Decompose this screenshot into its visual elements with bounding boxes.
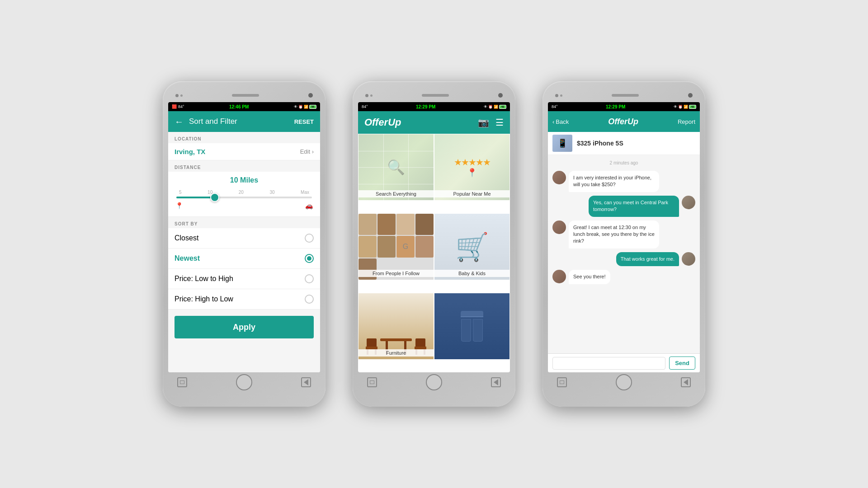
reset-button[interactable]: RESET [294, 118, 314, 125]
slider-thumb[interactable] [210, 193, 219, 202]
jeans-legs [461, 319, 483, 342]
status-time-3: 12:29 PM [606, 104, 625, 109]
slider-label-30: 30 [269, 190, 274, 195]
listing-image: 📱 [552, 135, 572, 152]
chat-message-4: That works great for me. [552, 252, 695, 266]
status-temp-1: 84° [178, 104, 184, 109]
phone-1-top-bar [168, 89, 320, 102]
p1-title: Sort and Filter [189, 117, 294, 126]
p2-header: OfferUp 📷 ☰ [358, 111, 510, 134]
nav-back-1[interactable] [301, 377, 311, 387]
apply-button[interactable]: Apply [175, 316, 314, 338]
nav-back-3[interactable] [681, 377, 691, 387]
grid-cell-popular[interactable]: ★★★★★ 📍 Popular Near Me [434, 134, 510, 201]
avatar-other-3 [552, 270, 566, 283]
person-avatar-2 [377, 214, 396, 235]
listing-bar[interactable]: 📱 $325 iPhone 5S [548, 132, 700, 155]
battery-icon-2: 42 [499, 105, 506, 109]
search-everything-label: Search Everything [359, 190, 434, 197]
bubble-outgoing-1: Yes, can you meet in Central Park tomorr… [589, 196, 679, 217]
grid-cell-people-follow[interactable]: G From People I Follow [358, 213, 434, 280]
home-button-2[interactable] [426, 374, 442, 390]
jeans-bg [434, 293, 509, 359]
p2-header-icons: 📷 ☰ [478, 117, 504, 128]
back-button-1[interactable]: ← [175, 117, 184, 127]
nav-recent-1[interactable] [177, 377, 187, 387]
nav-recent-2[interactable] [367, 377, 377, 387]
table-top [380, 338, 412, 341]
battery-icon-3: 42 [689, 105, 696, 109]
camera-icon-2[interactable]: 📷 [478, 117, 489, 128]
phone-3-speaker [612, 94, 639, 97]
sort-price-low-radio [305, 274, 314, 283]
sort-section-label: SORT BY [168, 217, 320, 228]
status-time-2: 12:29 PM [416, 104, 435, 109]
location-edit-button[interactable]: Edit › [300, 148, 314, 155]
status-icons-3: 👁 ⏰ 📶 [674, 105, 688, 109]
status-right-1: 👁 ⏰ 📶 55 [294, 105, 316, 109]
menu-icon-2[interactable]: ☰ [495, 117, 504, 128]
sort-option-newest[interactable]: Newest [168, 249, 320, 269]
status-right-2: 👁 ⏰ 📶 42 [484, 105, 506, 109]
sort-option-closest[interactable]: Closest [168, 228, 320, 249]
phones-container: 🟥 84° 12:46 PM 👁 ⏰ 📶 55 ← Sort and Filte… [163, 81, 705, 407]
grid-cell-search-everything[interactable]: 🔍 Search Everything [358, 134, 434, 201]
camera-dot-6 [560, 94, 562, 97]
location-row[interactable]: Irving, TX Edit › [168, 143, 320, 160]
p3-header: ‹ Back OfferUp Report [548, 111, 700, 132]
camera-lens-3 [688, 93, 693, 98]
phone-1-speaker [232, 94, 259, 97]
camera-dot-5 [555, 94, 558, 97]
status-bar-3: 84° 12:29 PM 👁 ⏰ 📶 42 [548, 102, 700, 111]
car-icon: 🚗 [305, 202, 313, 209]
back-button-3[interactable]: ‹ Back [552, 118, 569, 125]
send-button[interactable]: Send [669, 357, 695, 370]
chair-back-2 [415, 338, 425, 347]
camera-lens-1 [308, 93, 313, 98]
location-pin-icon: 📍 [175, 202, 183, 209]
phone-1-bottom [168, 372, 320, 392]
offerup-logo-2: OfferUp [364, 117, 401, 128]
person-avatar-7: G [396, 236, 415, 257]
chat-area: 2 minutes ago I am very interested in yo… [548, 155, 700, 353]
grid-cell-jeans[interactable] [434, 293, 510, 360]
home-button-3[interactable] [616, 374, 632, 390]
status-left-1: 🟥 84° [172, 104, 184, 109]
slider-icons: 📍 🚗 [175, 202, 314, 209]
phone-2-top-bar [358, 89, 510, 102]
people-follow-label: From People I Follow [359, 270, 434, 277]
baby-kids-label: Baby & Kids [434, 270, 509, 277]
avatar-me-1 [682, 196, 695, 209]
sort-newest-label: Newest [175, 254, 200, 263]
sort-option-price-low[interactable]: Price: Low to High [168, 269, 320, 289]
phone-1-screen: 🟥 84° 12:46 PM 👁 ⏰ 📶 55 ← Sort and Filte… [168, 102, 320, 372]
grid-cell-furniture[interactable]: Furniture [358, 293, 434, 360]
phone-3-screen: 84° 12:29 PM 👁 ⏰ 📶 42 ‹ Back OfferUp Rep… [548, 102, 700, 372]
status-bar-1: 🟥 84° 12:46 PM 👁 ⏰ 📶 55 [168, 102, 320, 111]
furniture-label: Furniture [359, 349, 434, 357]
grid-cell-baby-kids[interactable]: 🛒 Baby & Kids [434, 213, 510, 280]
battery-icon-1: 55 [309, 105, 316, 109]
message-input[interactable] [552, 357, 665, 370]
nav-back-2[interactable] [491, 377, 501, 387]
sort-option-price-high[interactable]: Price: High to Low [168, 289, 320, 310]
p1-content: LOCATION Irving, TX Edit › DISTANCE 10 M… [168, 132, 320, 372]
report-button[interactable]: Report [678, 118, 695, 125]
status-temp-2: 84° [362, 104, 368, 109]
distance-slider[interactable]: 5 10 20 30 Max [175, 190, 314, 198]
camera-dot-3 [365, 94, 368, 97]
home-button-1[interactable] [236, 374, 252, 390]
slider-track [176, 197, 312, 198]
phone-2-screen: 84° 12:29 PM 👁 ⏰ 📶 42 OfferUp 📷 ☰ [358, 102, 510, 372]
status-left-3: 84° [552, 104, 558, 109]
person-avatar-4 [415, 214, 434, 235]
p1-header: ← Sort and Filter RESET [168, 111, 320, 132]
bubble-outgoing-2: That works great for me. [616, 252, 679, 266]
bubble-incoming-2: Great! I can meet at 12:30 on my lunch b… [569, 221, 659, 249]
browse-grid: 🔍 Search Everything ★★★★★ 📍 Popular Near… [358, 134, 510, 372]
status-icons-1: 👁 ⏰ 📶 [294, 105, 308, 109]
nav-recent-3[interactable] [557, 377, 567, 387]
distance-value: 10 Miles [175, 176, 314, 184]
listing-title: $325 iPhone 5S [577, 140, 623, 147]
distance-section: 10 Miles 5 10 20 30 Max [168, 172, 320, 217]
